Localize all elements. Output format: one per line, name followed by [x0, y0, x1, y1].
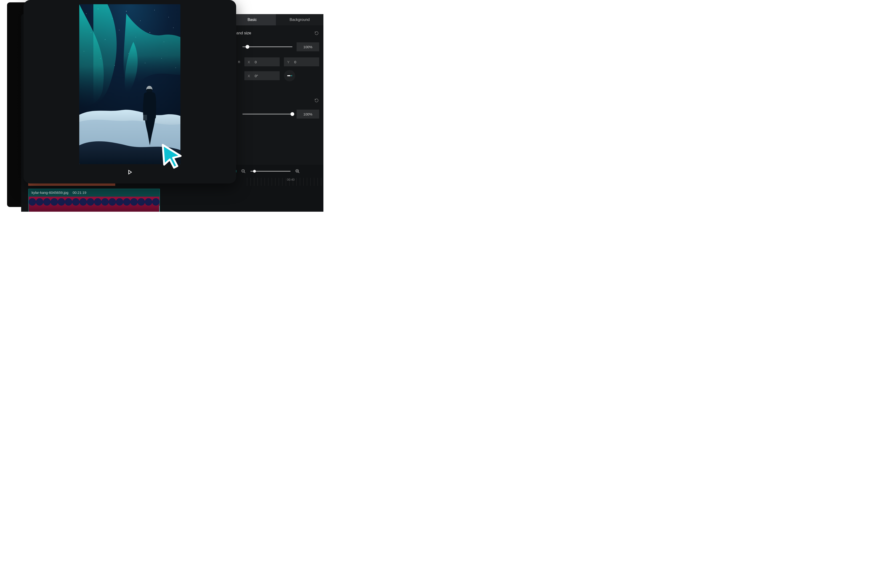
svg-point-14 — [168, 17, 169, 17]
clip-filename: kylar-kang-6045659.jpg — [32, 190, 69, 195]
timeline-tracks: kylar-kang-6045659.jpg 00:21:19 — [28, 179, 323, 212]
clip-header: kylar-kang-6045659.jpg 00:21:19 — [29, 189, 159, 196]
preview-card — [24, 0, 236, 183]
reset-icon — [315, 98, 319, 102]
rotation-toggle[interactable] — [284, 70, 295, 81]
svg-point-8 — [86, 14, 87, 14]
rotation-toggle-dot — [291, 75, 292, 76]
clip-duration: 00:21:19 — [73, 190, 86, 195]
video-clip[interactable]: kylar-kang-6045659.jpg 00:21:19 — [28, 189, 160, 212]
video-preview[interactable] — [79, 4, 180, 164]
position-row: n X 0 Y 0 — [228, 56, 323, 68]
tab-background[interactable]: Background — [276, 14, 323, 26]
scale-slider[interactable] — [243, 46, 292, 47]
scale-slider-thumb[interactable] — [246, 45, 249, 49]
position-size-section-header: on and size — [228, 26, 323, 38]
svg-rect-31 — [143, 115, 147, 120]
svg-line-4 — [298, 172, 299, 173]
scale-row: 100% — [228, 38, 323, 56]
preview-controls — [127, 164, 133, 180]
position-x-field[interactable]: X 0 — [244, 57, 280, 66]
reset-position-button[interactable] — [314, 31, 319, 36]
position-x-value: 0 — [255, 60, 256, 64]
play-icon — [127, 170, 133, 175]
axis-x-label: X — [248, 60, 250, 64]
clip-thumbnails — [29, 196, 159, 212]
timeline-toolbar — [226, 165, 323, 178]
play-button[interactable] — [127, 170, 133, 175]
rotation-field[interactable]: X 0° — [244, 71, 280, 80]
panel-tabs: Basic Background — [228, 14, 323, 26]
clip-right-handle[interactable] — [159, 206, 160, 212]
opacity-row: 100% — [228, 105, 323, 123]
svg-point-13 — [154, 10, 155, 10]
zoom-in-icon — [295, 169, 300, 174]
reset-opacity-button[interactable] — [314, 98, 319, 103]
opacity-slider[interactable] — [243, 114, 292, 114]
reset-icon — [315, 31, 319, 35]
opacity-slider-thumb[interactable] — [291, 112, 294, 116]
zoom-in-button[interactable] — [295, 169, 300, 174]
position-y-value: 0 — [294, 60, 296, 64]
zoom-out-icon — [241, 169, 246, 174]
svg-rect-30 — [146, 89, 152, 92]
timeline-zoom-thumb[interactable] — [253, 170, 256, 172]
svg-marker-32 — [129, 170, 132, 174]
properties-panel: Basic Background on and size 100% n X 0 — [228, 14, 323, 165]
svg-point-17 — [119, 30, 120, 30]
svg-point-11 — [126, 11, 127, 12]
preview-image — [79, 4, 180, 164]
rotation-value: 0° — [255, 74, 258, 78]
svg-point-21 — [173, 27, 174, 28]
rotation-axis-label: X — [248, 74, 250, 78]
svg-line-1 — [244, 172, 245, 173]
opacity-section-header — [228, 83, 323, 105]
rotation-row: X 0° — [228, 68, 323, 83]
svg-point-19 — [150, 32, 150, 33]
timeline-zoom-slider[interactable] — [250, 171, 291, 171]
scale-value[interactable]: 100% — [297, 42, 319, 51]
position-y-field[interactable]: Y 0 — [284, 57, 319, 66]
svg-point-12 — [140, 21, 141, 21]
zoom-out-button[interactable] — [241, 169, 246, 174]
axis-y-label: Y — [287, 60, 290, 64]
rotation-toggle-bar — [287, 75, 291, 76]
opacity-value[interactable]: 100% — [297, 110, 319, 118]
